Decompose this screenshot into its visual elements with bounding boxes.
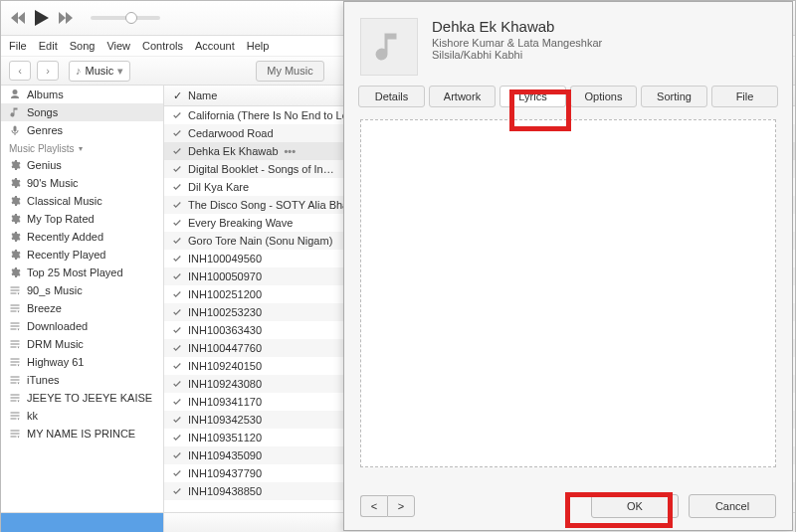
status-selection-indicator [1, 513, 164, 532]
gear-icon [9, 249, 21, 261]
checkmark-icon[interactable] [170, 180, 184, 194]
playlist-item[interactable]: Highway 61 [1, 353, 163, 371]
menu-account[interactable]: Account [195, 40, 235, 52]
menu-controls[interactable]: Controls [142, 40, 183, 52]
checkmark-icon[interactable] [170, 162, 184, 176]
play-button[interactable] [33, 9, 51, 27]
nav-forward-button[interactable]: › [37, 61, 59, 81]
prev-track-button[interactable] [9, 9, 27, 27]
checkmark-icon[interactable] [170, 341, 184, 355]
playlist-item[interactable]: JEEYE TO JEEYE KAISE [1, 389, 163, 407]
playlist-item[interactable]: Classical Music [1, 192, 163, 210]
checkmark-icon[interactable] [170, 323, 184, 337]
volume-slider[interactable] [91, 16, 160, 20]
checkmark-icon[interactable] [170, 466, 184, 480]
menu-view[interactable]: View [106, 40, 130, 52]
gear-icon [9, 195, 21, 207]
library-selector-label: Music [86, 65, 114, 77]
playlist-item[interactable]: 90's Music [1, 174, 163, 192]
checkmark-icon[interactable] [170, 269, 184, 283]
song-title: Digital Booklet - Songs of In… [188, 163, 334, 175]
dialog-artist: Kishore Kumar & Lata Mangeshkar [432, 37, 602, 49]
playlist-label: Top 25 Most Played [27, 266, 123, 278]
sidebar-item-albums[interactable]: Albums [1, 86, 163, 103]
gear-icon [9, 159, 21, 171]
playlist-item[interactable]: MY NAME IS PRINCE [1, 425, 163, 443]
playlist-item[interactable]: My Top Rated [1, 210, 163, 228]
sidebar-item-songs[interactable]: Songs [1, 103, 163, 121]
sidebar-item-label: Albums [27, 89, 64, 100]
menu-file[interactable]: File [9, 40, 27, 52]
checkmark-icon[interactable] [170, 252, 184, 266]
song-title: INH100049560 [188, 253, 262, 265]
playlist-label: Breeze [27, 302, 62, 314]
sidebar-item-genres[interactable]: Genres [1, 121, 163, 139]
playlist-item[interactable]: Genius [1, 156, 163, 174]
dialog-prev-button[interactable]: < [360, 495, 387, 517]
playlist-item[interactable]: Top 25 Most Played [1, 264, 163, 281]
gear-icon [9, 177, 21, 189]
tab-my-music[interactable]: My Music [256, 61, 323, 82]
more-icon[interactable]: ••• [285, 145, 297, 157]
nav-back-button[interactable]: ‹ [9, 61, 31, 81]
playlist-item[interactable]: 90_s Music [1, 281, 163, 299]
dialog-tab-file[interactable]: File [711, 86, 778, 107]
song-title: INH100253230 [188, 306, 262, 318]
chevron-down-icon: ▾ [117, 65, 123, 78]
library-selector[interactable]: ♪ Music ▾ [69, 61, 130, 82]
checkmark-icon[interactable] [170, 413, 184, 427]
column-name[interactable]: Name [188, 89, 217, 101]
next-track-button[interactable] [57, 9, 75, 27]
checkmark-icon[interactable] [170, 395, 184, 409]
playlist-label: 90_s Music [27, 284, 83, 296]
dialog-tab-lyrics[interactable]: Lyrics [499, 86, 566, 107]
note-icon [9, 106, 21, 118]
checkmark-icon[interactable] [170, 359, 184, 373]
checkmark-icon[interactable] [170, 287, 184, 301]
checkmark-icon[interactable] [170, 431, 184, 444]
song-title: INH109342530 [188, 414, 262, 426]
checkmark-icon[interactable] [170, 108, 184, 122]
checkmark-icon[interactable] [170, 126, 184, 140]
playlist-item[interactable]: Recently Played [1, 246, 163, 264]
playlist-label: Genius [27, 159, 62, 171]
dialog-tab-artwork[interactable]: Artwork [429, 86, 496, 107]
list-icon [9, 338, 21, 350]
playlist-label: 90's Music [27, 177, 79, 189]
menu-help[interactable]: Help [247, 40, 270, 52]
playlist-item[interactable]: DRM Music [1, 335, 163, 353]
list-icon [9, 374, 21, 386]
column-check[interactable]: ✓ [170, 89, 184, 102]
song-title: INH109243080 [188, 378, 262, 390]
menu-edit[interactable]: Edit [39, 40, 58, 52]
dialog-tab-options[interactable]: Options [570, 86, 637, 107]
lyrics-textarea[interactable] [367, 126, 773, 464]
checkmark-icon[interactable] [170, 144, 184, 158]
playlist-item[interactable]: kk [1, 407, 163, 425]
dialog-ok-button[interactable]: OK [591, 494, 679, 518]
dialog-next-button[interactable]: > [387, 495, 415, 517]
song-title: INH109437790 [188, 467, 262, 479]
dialog-tab-sorting[interactable]: Sorting [641, 86, 707, 107]
playlist-label: DRM Music [27, 338, 84, 350]
dialog-cancel-button[interactable]: Cancel [689, 494, 776, 518]
list-icon [9, 428, 21, 440]
checkmark-icon[interactable] [170, 198, 184, 212]
playlist-item[interactable]: Downloaded [1, 317, 163, 335]
playlists-header[interactable]: Music Playlists ▾ [1, 139, 163, 156]
checkmark-icon[interactable] [170, 216, 184, 230]
song-title: Dil Kya Kare [188, 181, 249, 193]
sidebar-item-label: Genres [27, 124, 63, 136]
list-icon [9, 320, 21, 332]
playlist-item[interactable]: Breeze [1, 299, 163, 317]
checkmark-icon[interactable] [170, 305, 184, 319]
playlist-item[interactable]: iTunes [1, 371, 163, 389]
checkmark-icon[interactable] [170, 484, 184, 498]
checkmark-icon[interactable] [170, 448, 184, 462]
song-title: INH109435090 [188, 449, 262, 461]
menu-song[interactable]: Song [70, 40, 96, 52]
checkmark-icon[interactable] [170, 377, 184, 391]
dialog-tab-details[interactable]: Details [358, 86, 425, 107]
playlist-item[interactable]: Recently Added [1, 228, 163, 246]
checkmark-icon[interactable] [170, 234, 184, 248]
